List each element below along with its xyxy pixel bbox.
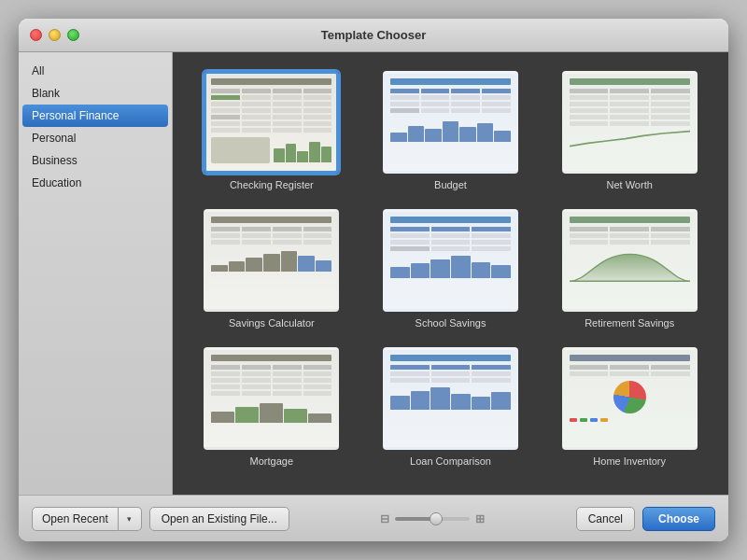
template-label-networth: Net Worth: [607, 179, 653, 190]
template-thumb-inventory: [562, 347, 698, 450]
close-button[interactable]: [30, 29, 42, 41]
main-area: All Blank Personal Finance Personal Busi…: [19, 52, 728, 495]
template-label-retirement: Retirement Savings: [585, 317, 674, 329]
sidebar: All Blank Personal Finance Personal Busi…: [19, 52, 173, 495]
template-thumb-school: [383, 209, 518, 312]
open-existing-button[interactable]: Open an Existing File...: [149, 507, 289, 531]
zoom-out-icon[interactable]: ⊟: [380, 512, 389, 525]
template-item-home-inventory[interactable]: Home Inventory: [549, 347, 710, 467]
open-recent-dropdown[interactable]: ▾: [119, 507, 142, 531]
maximize-button[interactable]: [67, 29, 79, 41]
template-grid: Checking Register: [191, 71, 710, 467]
template-thumb-budget: [383, 71, 518, 174]
template-label-checking: Checking Register: [230, 179, 314, 190]
template-item-checking-register[interactable]: Checking Register: [191, 71, 352, 190]
sidebar-item-blank[interactable]: Blank: [19, 82, 172, 105]
sidebar-item-business[interactable]: Business: [19, 149, 172, 172]
titlebar: Template Chooser: [19, 19, 728, 52]
minimize-button[interactable]: [49, 29, 61, 41]
template-item-savings-calculator[interactable]: Savings Calculator: [191, 209, 352, 329]
template-thumb-mortgage: [204, 347, 339, 450]
window-title: Template Chooser: [321, 28, 426, 42]
template-label-savings: Savings Calculator: [229, 317, 315, 329]
template-chooser-window: Template Chooser All Blank Personal Fina…: [19, 19, 728, 541]
template-thumb-savings: [204, 209, 339, 312]
template-thumb-checking: [204, 71, 339, 174]
zoom-slider-thumb[interactable]: [430, 512, 443, 525]
window-controls: [30, 29, 79, 41]
template-label-mortgage: Mortgage: [250, 455, 293, 467]
template-label-loan: Loan Comparison: [410, 455, 491, 467]
template-thumb-networth: [562, 71, 698, 174]
choose-button[interactable]: Choose: [642, 507, 715, 531]
template-label-inventory: Home Inventory: [593, 455, 666, 467]
open-recent-group: Open Recent ▾: [32, 507, 142, 531]
cancel-button[interactable]: Cancel: [576, 507, 635, 531]
template-item-loan-comparison[interactable]: Loan Comparison: [371, 347, 531, 467]
footer: Open Recent ▾ Open an Existing File... ⊟…: [19, 495, 728, 541]
template-item-mortgage[interactable]: Mortgage: [191, 347, 352, 467]
template-label-school: School Savings: [416, 317, 486, 329]
zoom-control: ⊟ ⊞: [380, 512, 485, 525]
content-area: Checking Register: [173, 52, 728, 495]
sidebar-item-personal-finance[interactable]: Personal Finance: [22, 105, 168, 127]
template-item-budget[interactable]: Budget: [371, 71, 531, 190]
zoom-slider[interactable]: [395, 517, 470, 521]
sidebar-item-education[interactable]: Education: [19, 172, 172, 194]
template-item-retirement-savings[interactable]: Retirement Savings: [549, 209, 710, 329]
sidebar-item-all[interactable]: All: [19, 60, 172, 82]
template-item-net-worth[interactable]: Net Worth: [549, 71, 710, 190]
sidebar-item-personal[interactable]: Personal: [19, 127, 172, 149]
template-item-school-savings[interactable]: School Savings: [371, 209, 531, 329]
template-thumb-retirement: [562, 209, 698, 312]
template-thumb-loan: [383, 347, 518, 450]
zoom-in-icon[interactable]: ⊞: [475, 512, 485, 525]
open-recent-button[interactable]: Open Recent: [32, 507, 119, 531]
template-label-budget: Budget: [434, 179, 467, 190]
